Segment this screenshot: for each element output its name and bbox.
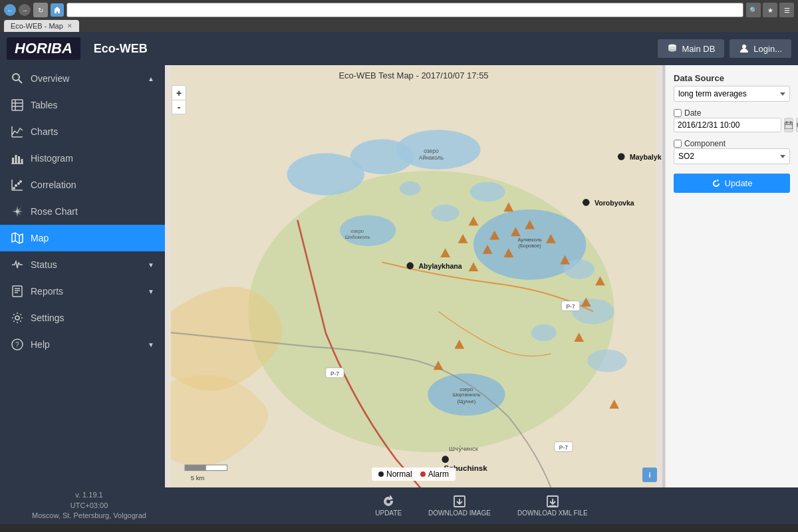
legend-alarm-label: Alarm [428, 469, 449, 479]
date-input[interactable] [674, 118, 781, 132]
date-section: Date [674, 108, 790, 132]
svg-point-56 [531, 324, 557, 340]
svg-rect-94 [185, 465, 206, 470]
menu-button[interactable]: ☰ [779, 3, 794, 17]
sidebar-item-correlation[interactable]: Correlation [0, 172, 165, 198]
sidebar-item-tables[interactable]: Tables [0, 92, 165, 118]
sidebar-item-charts[interactable]: Charts [0, 118, 165, 145]
sidebar-item-help[interactable]: ? Help ▼ [0, 331, 165, 358]
sidebar-label-correlation: Correlation [31, 180, 76, 190]
sidebar-item-rose-chart[interactable]: Rose Chart [0, 198, 165, 225]
svg-point-84 [618, 153, 625, 160]
svg-text:P-7: P-7 [566, 303, 575, 310]
component-section: Component SO2 [674, 139, 790, 164]
data-source-section: Data Source long term averagesshort term… [674, 73, 790, 102]
timezone-text: UTC+03:00 [7, 501, 172, 511]
svg-marker-26 [12, 233, 23, 243]
alarm-dot [420, 471, 426, 477]
svg-text:(Щучье): (Щучье) [458, 398, 476, 404]
search-icon [11, 72, 24, 85]
refresh-button[interactable]: ↻ [33, 3, 48, 17]
svg-rect-10 [12, 158, 14, 164]
svg-point-59 [587, 350, 626, 372]
download-xml-icon [547, 495, 559, 507]
zoom-in-button[interactable]: + [172, 85, 186, 100]
tab-close-button[interactable]: ✕ [67, 23, 72, 29]
download-image-icon [454, 495, 466, 507]
sidebar-label-histogram: Histogram [31, 153, 73, 164]
search-browser-button[interactable]: 🔍 [746, 3, 761, 17]
map-info-button[interactable]: i [642, 467, 657, 482]
svg-text:озеро: озеро [350, 228, 364, 234]
svg-text:(Боровое): (Боровое) [519, 243, 541, 249]
update-icon [712, 179, 721, 188]
zoom-out-button[interactable]: - [172, 100, 186, 114]
version-text: v. 1.19.1 [7, 490, 172, 500]
login-label: Login... [753, 44, 782, 54]
svg-rect-11 [15, 155, 17, 164]
update-button[interactable]: Update [674, 174, 790, 193]
svg-rect-29 [13, 286, 22, 297]
login-button[interactable]: Login... [730, 39, 791, 58]
footer-update-button[interactable]: UPDATE [375, 495, 402, 517]
app-title: Eco-WEB [94, 42, 653, 56]
sidebar-label-reports: Reports [31, 286, 63, 297]
user-icon [739, 43, 749, 54]
svg-text:P-7: P-7 [559, 444, 568, 451]
component-select[interactable]: SO2 [674, 148, 790, 164]
date-checkbox[interactable] [674, 109, 682, 117]
footer-download-image-button[interactable]: DOWNLOAD IMAGE [428, 495, 491, 517]
date-input-row [674, 118, 790, 132]
app-container: HORIBA Eco-WEB Main DB Login... [0, 32, 798, 524]
svg-text:Maybalyk: Maybalyk [630, 153, 662, 161]
component-checkbox[interactable] [674, 140, 682, 148]
reports-arrow: ▼ [148, 288, 154, 295]
star-button[interactable]: ★ [763, 3, 777, 17]
svg-text:Айнаколь: Айнаколь [419, 154, 444, 161]
status-icon [11, 258, 24, 271]
sidebar-item-overview[interactable]: Overview ▲ [0, 65, 165, 92]
svg-rect-13 [21, 159, 23, 164]
footer-actions: UPDATE DOWNLOAD IMAGE DOWNLOAD XML FILE [172, 495, 791, 517]
chart-line-icon [11, 125, 24, 138]
map-zoom-controls: + - [172, 85, 186, 114]
legend-normal: Normal [378, 469, 412, 479]
footer-update-label: UPDATE [375, 509, 402, 517]
calendar-button[interactable] [784, 118, 793, 132]
component-label: Component [684, 139, 726, 148]
sidebar-item-settings[interactable]: Settings [0, 305, 165, 331]
histogram-icon [11, 152, 24, 165]
main-db-button[interactable]: Main DB [658, 39, 724, 58]
home-icon [51, 3, 64, 17]
sidebar: Overview ▲ Tables [0, 65, 165, 487]
svg-point-1 [742, 45, 746, 49]
map-container[interactable]: Eco-WEB Test Map - 2017/10/07 17:55 + - [165, 65, 662, 487]
svg-point-16 [15, 184, 17, 187]
svg-text:5 km: 5 km [191, 474, 205, 481]
svg-text:Шобокколь: Шобокколь [344, 234, 370, 240]
data-source-select[interactable]: long term averagesshort term averagesraw… [674, 86, 790, 102]
date-label-row: Date [674, 108, 790, 118]
address-bar[interactable] [66, 3, 743, 17]
svg-rect-4 [12, 100, 23, 110]
sidebar-item-map[interactable]: Map [0, 225, 165, 251]
footer: v. 1.19.1 UTC+03:00 Moscow, St. Petersbu… [0, 487, 798, 524]
database-icon [667, 43, 678, 54]
sidebar-item-histogram[interactable]: Histogram [0, 145, 165, 172]
footer-download-xml-button[interactable]: DOWNLOAD XML FILE [517, 495, 588, 517]
browser-tab[interactable]: Eco-WEB - Map ✕ [4, 20, 79, 32]
svg-point-2 [13, 74, 19, 80]
back-button[interactable]: ← [4, 4, 16, 16]
sidebar-item-reports[interactable]: Reports ▼ [0, 278, 165, 305]
svg-text:Vorobyovka: Vorobyovka [595, 199, 634, 207]
forward-button[interactable]: → [19, 4, 31, 16]
svg-point-51 [400, 182, 421, 196]
component-label-row: Component [674, 139, 790, 148]
sidebar-label-status: Status [31, 259, 57, 270]
sidebar-item-status[interactable]: Status ▼ [0, 251, 165, 278]
footer-download-xml-label: DOWNLOAD XML FILE [517, 509, 588, 517]
svg-point-50 [431, 205, 459, 221]
svg-point-0 [668, 45, 676, 48]
normal-dot [378, 471, 384, 477]
map-icon [11, 231, 24, 245]
